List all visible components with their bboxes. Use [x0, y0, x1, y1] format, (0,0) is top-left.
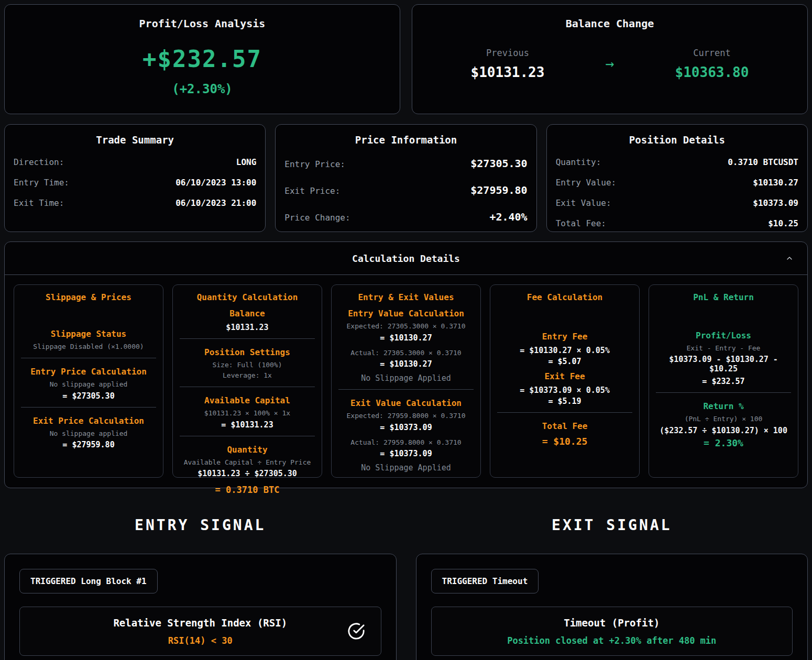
- balance-header: Balance: [180, 309, 315, 318]
- entry-price-calc-header: Entry Price Calculation: [21, 367, 156, 377]
- current-balance-value: $10363.80: [660, 64, 764, 80]
- exit-time-value: 06/10/2023 21:00: [175, 198, 256, 208]
- divider: [21, 407, 156, 408]
- profit-loss-header: Profit/Loss: [656, 331, 791, 340]
- exit-expected-formula: Expected: 27959.8000 × 0.3710: [338, 411, 474, 421]
- exit-signal-heading: EXIT SIGNAL: [416, 516, 808, 534]
- exit-signal-badge: TRIGGERED Timeout: [431, 569, 539, 593]
- total-fee-header: Total Fee: [497, 421, 632, 431]
- balance-change-card: Balance Change Previous $10131.23 → Curr…: [412, 4, 808, 114]
- quantity-label: Quantity:: [556, 157, 601, 167]
- leverage-line: Leverage: 1x: [180, 370, 315, 381]
- entry-signal-column: ENTRY SIGNAL TRIGGERED Long Block #1 Rel…: [4, 503, 397, 660]
- exit-condition-title: Timeout (Profit): [564, 617, 660, 629]
- entry-value-label: Entry Value:: [556, 178, 617, 188]
- entry-value-row: Entry Value: $10130.27: [556, 178, 798, 188]
- quantity-calculation-card: Quantity Calculation Balance $10131.23 P…: [172, 284, 322, 478]
- price-change-label: Price Change:: [284, 213, 350, 223]
- position-details-title: Position Details: [556, 134, 798, 146]
- entry-time-row: Entry Time: 06/10/2023 13:00: [14, 178, 256, 188]
- exit-no-slippage-note: No Slippage Applied: [338, 463, 474, 472]
- total-fee-value: $10.25: [768, 218, 798, 228]
- price-information-title: Price Information: [284, 134, 527, 146]
- pnl-amount: +$232.57: [17, 46, 387, 72]
- entry-actual-result: = $10130.27: [338, 359, 474, 369]
- entry-signal-heading: ENTRY SIGNAL: [4, 516, 397, 534]
- trade-summary-title: Trade Summary: [14, 134, 256, 146]
- exit-actual-formula: Actual: 27959.8000 × 0.3710: [338, 437, 474, 448]
- position-details-card: Position Details Quantity: 0.3710 BTCUSD…: [546, 124, 808, 232]
- pnl-return-title: PnL & Return: [656, 292, 791, 302]
- fee-calculation-title: Fee Calculation: [497, 292, 632, 302]
- entry-expected-result: = $10130.27: [338, 333, 474, 343]
- return-pct-result: = 2.30%: [656, 437, 791, 448]
- calculation-cards-row: Slippage & Prices Slippage Status Slippa…: [5, 275, 807, 488]
- entry-fee-formula: = $10130.27 × 0.05%: [497, 346, 632, 355]
- entry-actual-formula: Actual: 27305.3000 × 0.3710: [338, 348, 474, 358]
- divider: [180, 387, 315, 387]
- quantity-row: Quantity: 0.3710 BTCUSDT: [556, 157, 798, 167]
- entry-condition-card: Relative Strength Index (RSI) RSI(14) < …: [19, 607, 381, 656]
- exit-fee-formula: = $10373.09 × 0.05%: [497, 386, 632, 395]
- calculation-details-header[interactable]: Calculation Details: [5, 242, 807, 275]
- slippage-prices-title: Slippage & Prices: [21, 292, 156, 302]
- divider: [338, 389, 474, 390]
- balance-change-title: Balance Change: [425, 17, 795, 30]
- pnl-return-card: PnL & Return Profit/Loss Exit - Entry - …: [649, 284, 798, 478]
- exit-price-row: Exit Price: $27959.80: [284, 184, 527, 196]
- exit-price-calc-result: = $27959.80: [21, 440, 156, 449]
- arrow-right-icon: →: [606, 57, 615, 71]
- entry-condition-detail: RSI(14) < 30: [168, 635, 233, 646]
- exit-value-label: Exit Value:: [556, 198, 611, 208]
- previous-balance-label: Previous: [455, 48, 560, 58]
- exit-price-label: Exit Price:: [284, 186, 340, 196]
- signals-row: ENTRY SIGNAL TRIGGERED Long Block #1 Rel…: [4, 503, 808, 660]
- check-circle-icon: [347, 622, 365, 640]
- balance-value: $10131.23: [180, 323, 315, 332]
- entry-exit-values-card: Entry & Exit Values Entry Value Calculat…: [331, 284, 481, 478]
- exit-time-row: Exit Time: 06/10/2023 21:00: [14, 198, 256, 208]
- entry-price-label: Entry Price:: [284, 159, 345, 169]
- entry-price-calc-note: No slippage applied: [21, 379, 156, 390]
- profit-loss-result: = $232.57: [656, 377, 791, 386]
- entry-exit-values-title: Entry & Exit Values: [338, 292, 474, 302]
- exit-value-calc-header: Exit Value Calculation: [338, 398, 474, 408]
- entry-fee-header: Entry Fee: [497, 332, 632, 342]
- fee-calculation-card: Fee Calculation Entry Fee = $10130.27 × …: [490, 284, 640, 478]
- price-change-value: +2.40%: [489, 211, 527, 223]
- total-fee-label: Total Fee:: [556, 218, 606, 228]
- calculation-details-section: Calculation Details Slippage & Prices Sl…: [4, 241, 808, 488]
- slippage-prices-card: Slippage & Prices Slippage Status Slippa…: [14, 284, 163, 478]
- direction-row: Direction: LONG: [14, 157, 256, 167]
- price-information-card: Price Information Entry Price: $27305.30…: [275, 124, 536, 232]
- exit-price-calc-note: No slippage applied: [21, 428, 156, 439]
- calculation-details-title: Calculation Details: [352, 253, 460, 264]
- exit-condition-detail: Position closed at +2.30% after 480 min: [507, 635, 716, 646]
- direction-label: Direction:: [14, 157, 64, 167]
- chevron-up-icon[interactable]: [785, 254, 794, 262]
- entry-price-calc-result: = $27305.30: [21, 391, 156, 401]
- exit-signal-column: EXIT SIGNAL TRIGGERED Timeout Timeout (P…: [416, 503, 808, 660]
- available-capital-header: Available Capital: [180, 395, 315, 405]
- slippage-status-header: Slippage Status: [21, 329, 156, 339]
- exit-value-row: Exit Value: $10373.09: [556, 198, 798, 208]
- price-change-row: Price Change: +2.40%: [284, 211, 527, 223]
- exit-time-label: Exit Time:: [14, 198, 64, 208]
- divider: [497, 412, 632, 413]
- exit-expected-result: = $10373.09: [338, 423, 474, 432]
- entry-signal-badge: TRIGGERED Long Block #1: [19, 569, 158, 593]
- available-capital-result: = $10131.23: [180, 420, 315, 430]
- entry-fee-result: = $5.07: [497, 357, 632, 366]
- divider: [656, 392, 791, 393]
- current-balance-label: Current: [660, 48, 764, 58]
- top-summary-row: Profit/Loss Analysis +$232.57 (+2.30%) B…: [4, 4, 808, 114]
- entry-expected-formula: Expected: 27305.3000 × 0.3710: [338, 321, 474, 332]
- exit-actual-result: = $10373.09: [338, 449, 474, 458]
- return-pct-calc: ($232.57 ÷ $10130.27) × 100: [656, 426, 791, 435]
- exit-price-value: $27959.80: [470, 184, 527, 196]
- available-capital-formula: $10131.23 × 100% × 1x: [180, 408, 315, 419]
- previous-balance-block: Previous $10131.23: [455, 48, 560, 80]
- profit-loss-formula: Exit - Entry - Fee: [656, 343, 791, 354]
- entry-time-label: Entry Time:: [14, 178, 69, 188]
- quantity-formula: Available Capital ÷ Entry Price: [180, 457, 315, 468]
